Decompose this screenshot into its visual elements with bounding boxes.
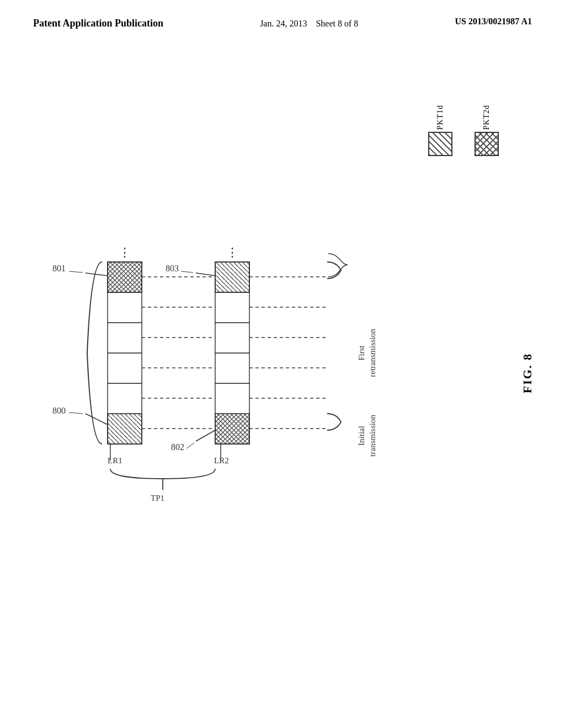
header-sheet: Sheet 8 of 8 [316, 19, 358, 28]
svg-text:⋮: ⋮ [226, 245, 238, 259]
svg-text:Initial: Initial [357, 426, 366, 446]
svg-text:First: First [357, 345, 366, 360]
svg-rect-10 [215, 414, 249, 444]
publication-title: Patent Application Publication [33, 17, 163, 30]
legend-item-pkt2d: PKT2d [475, 105, 499, 156]
svg-text:LR2: LR2 [214, 456, 229, 465]
pkt1d-label: PKT1d [436, 105, 445, 130]
svg-rect-4 [108, 383, 142, 414]
svg-text:803: 803 [166, 264, 179, 273]
svg-text:LR1: LR1 [108, 456, 122, 465]
svg-line-31 [69, 413, 83, 414]
svg-rect-8 [108, 262, 142, 292]
pkt1d-box [428, 132, 452, 156]
svg-text:retransmission: retransmission [368, 329, 377, 377]
pkt2d-box [475, 132, 499, 156]
legend: PKT1d PKT2d [428, 105, 499, 156]
svg-line-29 [86, 414, 108, 425]
svg-rect-5 [108, 353, 142, 383]
svg-line-38 [196, 273, 215, 276]
diagram-area: PKT1d PKT2d FIG. 8 [0, 88, 565, 695]
header-date: Jan. 24, 2013 [260, 19, 307, 28]
svg-rect-3 [108, 414, 142, 444]
svg-rect-6 [108, 323, 142, 353]
legend-item-pkt1d: PKT1d [428, 105, 452, 156]
svg-rect-12 [215, 353, 249, 383]
svg-rect-11 [215, 383, 249, 414]
svg-line-37 [186, 443, 194, 448]
svg-rect-7 [108, 292, 142, 323]
svg-rect-15 [215, 262, 249, 292]
page-header: Patent Application Publication Jan. 24, … [0, 0, 565, 31]
svg-rect-14 [215, 292, 249, 323]
header-date-sheet: Jan. 24, 2013 Sheet 8 of 8 [260, 17, 358, 31]
svg-text:⋮: ⋮ [119, 245, 131, 259]
svg-rect-13 [215, 323, 249, 353]
pkt2d-label: PKT2d [482, 105, 491, 130]
svg-text:802: 802 [171, 442, 184, 452]
diagram-svg: ⋮ ⋮ [0, 88, 565, 695]
svg-text:TP1: TP1 [151, 494, 164, 502]
patent-number: US 2013/0021987 A1 [455, 17, 532, 26]
fig-label: FIG. 8 [520, 353, 535, 393]
svg-text:transmission: transmission [368, 415, 377, 457]
svg-line-32 [86, 273, 108, 276]
svg-line-40 [181, 271, 193, 272]
svg-line-34 [69, 271, 83, 272]
svg-text:801: 801 [52, 264, 66, 273]
svg-text:800: 800 [52, 406, 66, 415]
svg-line-35 [196, 430, 215, 441]
